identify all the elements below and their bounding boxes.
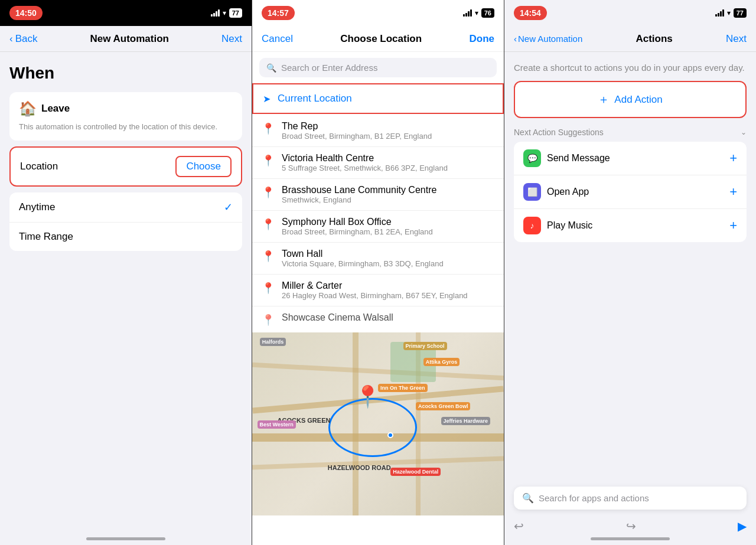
location-info: Miller & Carter 26 Hagley Road West, Bir… (282, 280, 468, 300)
send-message-label: Send Message (547, 153, 610, 164)
map-label-hazelwood: HAZELWOOD ROAD (328, 464, 391, 471)
list-item[interactable]: 📍 The Rep Broad Street, Birmingham, B1 2… (252, 115, 504, 147)
next-button-1[interactable]: Next (221, 33, 242, 45)
time-section: Anytime ✓ Time Range (9, 192, 242, 251)
back-button-3[interactable]: ‹ New Automation (514, 34, 582, 44)
location-list: 📍 The Rep Broad Street, Birmingham, B1 2… (252, 115, 504, 332)
add-send-message-button[interactable]: + (729, 151, 737, 166)
map-current-dot (387, 432, 393, 438)
add-action-plus-icon: ＋ (598, 92, 610, 107)
send-button[interactable]: ▶ (738, 519, 747, 533)
search-apps-bar[interactable]: 🔍 Search for apps and actions (514, 487, 747, 510)
done-button[interactable]: Done (469, 33, 494, 45)
map-background: 📍 ACOCKS GREEN HAZELWOOD ROAD Primary Sc… (252, 332, 504, 515)
list-item[interactable]: 📍 Town Hall Victoria Square, Birmingham,… (252, 243, 504, 275)
search-bottom-area: 🔍 Search for apps and actions (514, 487, 747, 510)
battery-3: 77 (734, 8, 747, 18)
phone-choose-location: 14:57 ▾ 76 Cancel Choose Location Done 🔍… (252, 0, 504, 545)
arrow-icon: ➤ (263, 93, 271, 105)
add-play-music-button[interactable]: + (729, 218, 737, 233)
wifi-icon-3: ▾ (727, 9, 731, 17)
status-icons-2: ▾ 76 (463, 8, 494, 18)
home-indicator-3 (591, 537, 670, 540)
list-item[interactable]: 📍 Symphony Hall Box Office Broad Street,… (252, 211, 504, 243)
pin-icon: 📍 (262, 282, 275, 295)
open-app-label: Open App (547, 187, 589, 197)
chevron-left-icon-1: ‹ (9, 33, 13, 45)
leave-label: Leave (41, 103, 70, 115)
chevron-down-icon[interactable]: ⌄ (741, 128, 747, 136)
anytime-check: ✓ (224, 201, 233, 214)
map-poi-inn: Inn On The Green (378, 384, 428, 392)
home-indicator-2 (338, 537, 418, 540)
location-label: Location (20, 161, 58, 172)
status-icons-1: ▾ 77 (211, 8, 242, 18)
phone-actions: 14:54 ▾ 77 ‹ New Automation Actions Next… (504, 0, 756, 545)
suggestions-group: 💬 Send Message + ⬜ Open App + (514, 142, 747, 242)
suggestion-play-music[interactable]: ♪ Play Music + (514, 209, 747, 242)
status-icons-3: ▾ 77 (715, 8, 747, 18)
actions-description: Create a shortcut to actions you do in y… (514, 61, 747, 74)
map-poi-halfords2: Halfords (260, 338, 286, 346)
leave-card: 🏠 Leave This automation is controlled by… (9, 92, 242, 141)
nav-bar-1: ‹ Back New Automation Next (0, 26, 252, 52)
open-app-icon: ⬜ (523, 183, 541, 201)
list-item[interactable]: 📍 Brasshouse Lane Community Centre Smeth… (252, 179, 504, 211)
map-poi-halfords: Jeffries Hardware (441, 417, 491, 425)
nav-bar-2: Cancel Choose Location Done (252, 26, 504, 52)
leave-icon: 🏠 (19, 100, 37, 117)
anytime-label: Anytime (19, 201, 55, 213)
location-info: Victoria Health Centre 5 Suffrage Street… (282, 153, 448, 172)
wifi-icon-2: ▾ (475, 9, 478, 17)
search-bar-2[interactable]: 🔍 Search or Enter Address (259, 58, 497, 77)
signal-icon-2 (463, 9, 472, 17)
chevron-left-icon-3: ‹ (514, 34, 517, 44)
search-apps-icon: 🔍 (522, 492, 534, 504)
search-placeholder-2: Search or Enter Address (281, 63, 377, 73)
keyboard-bar: ↩ ↪ ▶ (514, 519, 747, 533)
current-location-label: Current Location (278, 93, 352, 105)
timerange-row[interactable]: Time Range (9, 223, 242, 251)
choose-button[interactable]: Choose (175, 156, 232, 177)
page-title-3: Actions (636, 33, 672, 45)
list-item[interactable]: 📍 Miller & Carter 26 Hagley Road West, B… (252, 275, 504, 306)
page-title-1: New Automation (90, 33, 169, 45)
cancel-button[interactable]: Cancel (262, 33, 293, 45)
suggestion-send-message[interactable]: 💬 Send Message + (514, 142, 747, 175)
suggestions-header: Next Action Suggestions ⌄ (514, 128, 747, 137)
current-location-row[interactable]: ➤ Current Location (252, 83, 504, 114)
location-info: Showcase Cinema Walsall (282, 312, 393, 323)
status-bar-1: 14:50 ▾ 77 (0, 0, 252, 26)
pin-icon: 📍 (262, 314, 275, 327)
anytime-row[interactable]: Anytime ✓ (9, 192, 242, 223)
add-open-app-button[interactable]: + (729, 184, 737, 200)
suggestion-open-app[interactable]: ⬜ Open App + (514, 175, 747, 209)
map-poi-school: Primary School (403, 342, 447, 350)
list-item[interactable]: 📍 Showcase Cinema Walsall (252, 306, 504, 332)
map-location-pin: 📍 (354, 384, 381, 409)
signal-icon-1 (211, 9, 220, 17)
page-title-2: Choose Location (340, 33, 422, 45)
home-indicator-1 (86, 537, 165, 540)
map-area[interactable]: 📍 ACOCKS GREEN HAZELWOOD ROAD Primary Sc… (252, 332, 504, 515)
location-info: The Rep Broad Street, Birmingham, B1 2EP… (282, 121, 432, 141)
map-poi-dental: Hazelwood Dental (390, 468, 441, 476)
timerange-label: Time Range (19, 231, 73, 243)
leave-header: 🏠 Leave (19, 100, 233, 117)
search-icon-2: 🔍 (266, 63, 276, 73)
status-bar-3: 14:54 ▾ 77 (504, 0, 756, 26)
pin-icon: 📍 (262, 250, 275, 263)
location-info: Brasshouse Lane Community Centre Smethwi… (282, 185, 436, 204)
back-button-1[interactable]: ‹ Back (9, 33, 37, 45)
actions-content: Create a shortcut to actions you do in y… (504, 52, 756, 252)
play-music-label: Play Music (547, 220, 592, 231)
redo-button[interactable]: ↪ (626, 519, 636, 533)
suggestions-title: Next Action Suggestions (514, 128, 604, 137)
undo-button[interactable]: ↩ (514, 519, 524, 533)
pin-icon: 📍 (262, 122, 275, 135)
map-poi-attika: Attika Gyros (423, 358, 460, 366)
add-action-button[interactable]: ＋ Add Action (514, 81, 747, 118)
pin-icon: 📍 (262, 154, 275, 167)
list-item[interactable]: 📍 Victoria Health Centre 5 Suffrage Stre… (252, 147, 504, 179)
next-button-3[interactable]: Next (726, 33, 747, 45)
